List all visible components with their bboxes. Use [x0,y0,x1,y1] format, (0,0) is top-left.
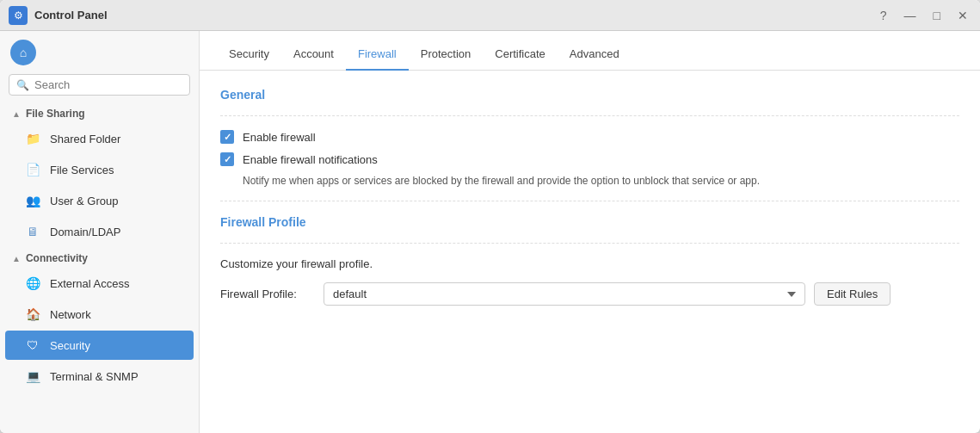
firewall-profile-section-title: Firewall Profile [220,215,959,229]
user-group-icon: 👥 [24,192,41,209]
minimize-button[interactable]: — [901,7,920,24]
nav-label-security: Security [50,339,90,352]
profile-label: Firewall Profile: [220,288,315,300]
nav-label-terminal-snmp: Terminal & SNMP [50,370,139,383]
enable-firewall-checkbox[interactable]: ✓ [220,130,234,144]
section-header-file-sharing[interactable]: ▲ File Sharing [0,102,199,123]
general-section-title: General [220,88,959,102]
tab-security[interactable]: Security [217,39,281,71]
chevron-down-icon-connectivity: ▲ [12,254,21,263]
nav-label-shared-folder: Shared Folder [50,133,120,145]
enable-notifications-row: ✓ Enable firewall notifications [220,152,959,166]
search-box[interactable]: 🔍 [9,74,190,96]
titlebar: ⚙ Control Panel ? — □ ✕ [0,0,980,31]
customize-text: Customize your firewall profile. [220,257,959,270]
tab-bar: Security Account Firewall Protection Cer… [200,31,980,71]
sidebar-item-terminal-snmp[interactable]: 💻 Terminal & SNMP [5,362,194,391]
file-services-icon: 📄 [24,161,41,178]
nav-label-user-group: User & Group [50,195,118,207]
section-header-connectivity[interactable]: ▲ Connectivity [0,247,199,268]
nav-label-file-services: File Services [50,164,114,176]
search-icon: 🔍 [16,79,29,91]
sidebar: ⌂ 🔍 ▲ File Sharing 📁 Shared Folder 📄 Fil… [0,31,200,433]
tab-certificate[interactable]: Certificate [483,39,558,71]
sidebar-item-file-services[interactable]: 📄 File Services [5,155,194,184]
nav-label-domain-ldap: Domain/LDAP [50,226,120,238]
sidebar-item-security[interactable]: 🛡 Security [5,331,194,360]
profile-row: Firewall Profile: default Edit Rules [220,282,959,306]
sidebar-home-area: ⌂ [0,31,199,74]
enable-firewall-row: ✓ Enable firewall [220,130,959,144]
nav-label-external-access: External Access [50,277,130,290]
folder-icon: 📁 [24,130,41,147]
sidebar-item-shared-folder[interactable]: 📁 Shared Folder [5,124,194,153]
window-title: Control Panel [34,9,877,22]
checkmark-notifications-icon: ✓ [224,154,231,165]
tab-advanced[interactable]: Advanced [558,39,632,71]
security-icon: 🛡 [24,337,41,354]
help-button[interactable]: ? [877,7,891,24]
section-label-file-sharing: File Sharing [26,108,85,120]
general-divider [220,115,959,116]
main-body: ⌂ 🔍 ▲ File Sharing 📁 Shared Folder 📄 Fil… [0,31,980,433]
edit-rules-button[interactable]: Edit Rules [814,282,891,306]
enable-firewall-label: Enable firewall [243,131,316,144]
firewall-profile-divider2 [220,243,959,244]
section-label-connectivity: Connectivity [26,252,88,264]
chevron-down-icon: ▲ [12,109,21,119]
external-access-icon: 🌐 [24,275,41,292]
tab-account[interactable]: Account [281,39,346,71]
tab-protection[interactable]: Protection [409,39,484,71]
terminal-icon: 💻 [24,368,41,385]
app-icon: ⚙ [9,6,28,25]
content-panel: Security Account Firewall Protection Cer… [200,31,980,433]
sidebar-item-external-access[interactable]: 🌐 External Access [5,269,194,298]
sidebar-item-user-group[interactable]: 👥 User & Group [5,186,194,215]
main-window: ⚙ Control Panel ? — □ ✕ ⌂ 🔍 ▲ File Shari… [0,0,980,433]
sidebar-item-domain-ldap[interactable]: 🖥 Domain/LDAP [5,217,194,246]
domain-icon: 🖥 [24,223,41,240]
search-input[interactable] [34,78,182,91]
checkmark-icon: ✓ [224,132,231,143]
notify-description: Notify me when apps or services are bloc… [243,175,959,187]
tab-firewall[interactable]: Firewall [346,39,409,71]
content-area: General ✓ Enable firewall ✓ Enable firew… [200,71,980,433]
window-controls: ? — □ ✕ [877,7,971,24]
firewall-profile-divider [220,201,959,201]
close-button[interactable]: ✕ [954,7,971,24]
enable-notifications-checkbox[interactable]: ✓ [220,152,234,166]
firewall-profile-select[interactable]: default [324,282,805,306]
network-icon: 🏠 [24,306,41,323]
maximize-button[interactable]: □ [930,7,944,24]
sidebar-item-network[interactable]: 🏠 Network [5,300,194,329]
home-button[interactable]: ⌂ [10,40,36,65]
nav-label-network: Network [50,308,91,321]
enable-notifications-label: Enable firewall notifications [243,153,378,166]
